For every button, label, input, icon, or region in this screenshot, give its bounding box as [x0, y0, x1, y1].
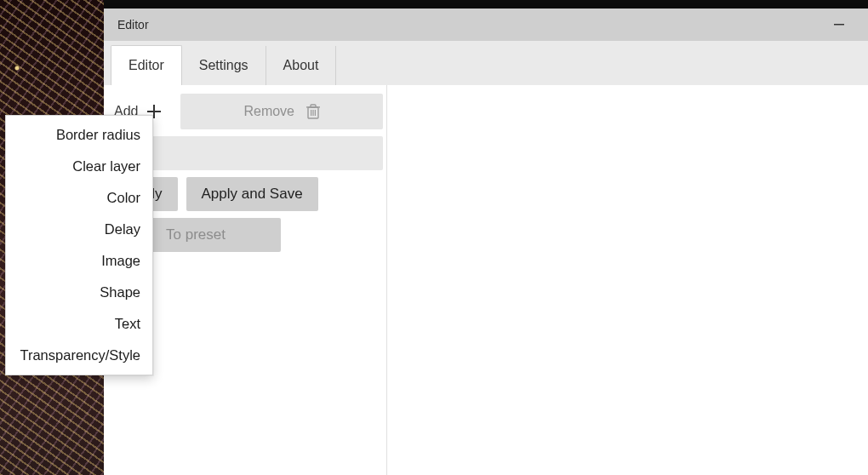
tab-editor-label: Editor — [128, 58, 164, 72]
menu-item-shape[interactable]: Shape — [6, 277, 152, 308]
menu-item-border-radius[interactable]: Border radius — [6, 119, 152, 151]
editor-window: Editor Editor Settings About Add — [104, 9, 868, 475]
svg-rect-5 — [306, 106, 320, 107]
menu-item-transparency-style[interactable]: Transparency/Style — [6, 340, 152, 371]
menu-item-image[interactable]: Image — [6, 245, 152, 277]
tab-settings-label: Settings — [199, 58, 248, 72]
window-title: Editor — [117, 18, 149, 31]
tab-about-label: About — [283, 58, 319, 72]
minimize-button[interactable] — [820, 12, 858, 37]
menu-item-text[interactable]: Text — [6, 308, 152, 340]
menu-item-clear-layer[interactable]: Clear layer — [6, 151, 152, 182]
apply-and-save-button-label: Apply and Save — [202, 186, 303, 202]
tab-settings[interactable]: Settings — [182, 46, 266, 85]
menu-item-label: Shape — [100, 284, 140, 300]
svg-rect-7 — [312, 110, 313, 116]
remove-button-label: Remove — [243, 104, 294, 119]
window-controls — [820, 12, 858, 37]
minimize-icon — [834, 20, 844, 30]
to-preset-button-label: To preset — [166, 226, 226, 243]
menu-item-label: Image — [101, 253, 140, 268]
menu-item-label: Transparency/Style — [20, 347, 140, 363]
tabstrip: Editor Settings About — [104, 41, 868, 85]
menu-item-color[interactable]: Color — [6, 182, 152, 214]
svg-rect-8 — [315, 110, 316, 116]
menu-item-label: Border radius — [56, 127, 140, 142]
window-top-edge — [104, 0, 868, 9]
svg-rect-6 — [311, 110, 311, 116]
add-dropdown-menu: Border radius Clear layer Color Delay Im… — [5, 115, 153, 375]
menu-item-label: Clear layer — [72, 158, 140, 174]
menu-item-label: Delay — [105, 221, 140, 237]
panel-divider — [386, 85, 387, 475]
titlebar: Editor — [104, 9, 868, 41]
tab-editor[interactable]: Editor — [111, 45, 182, 86]
apply-and-save-button[interactable]: Apply and Save — [186, 177, 318, 211]
menu-item-label: Text — [115, 316, 140, 331]
svg-rect-2 — [147, 111, 161, 112]
trash-icon — [306, 104, 320, 119]
menu-item-delay[interactable]: Delay — [6, 214, 152, 245]
menu-item-label: Color — [107, 190, 140, 205]
svg-rect-0 — [834, 24, 844, 26]
tab-about[interactable]: About — [266, 46, 337, 85]
content-area: Add Remove — [104, 85, 868, 475]
remove-button[interactable]: Remove — [180, 94, 383, 129]
